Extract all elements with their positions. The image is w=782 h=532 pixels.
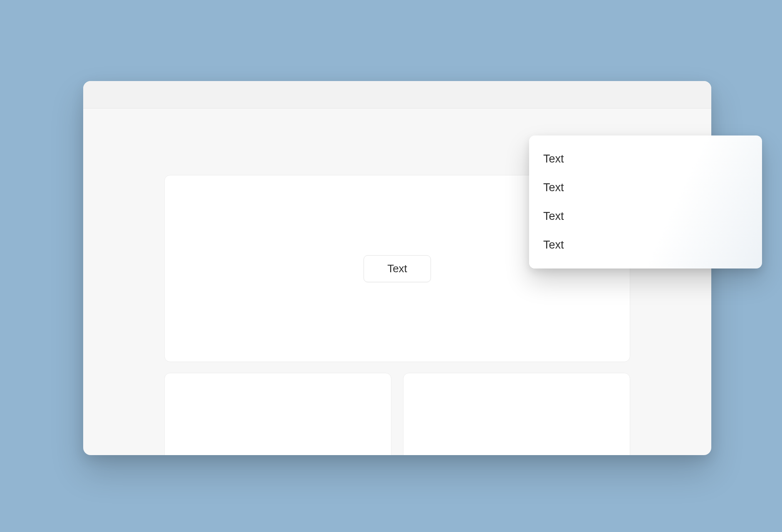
card-row [164,373,630,455]
dropdown-item-3[interactable]: Text [529,231,762,259]
card-small-left [164,373,391,455]
dropdown-item-0[interactable]: Text [529,145,762,173]
card-small-right [403,373,630,455]
titlebar [83,81,711,108]
dropdown-item-1[interactable]: Text [529,173,762,202]
dropdown-item-2[interactable]: Text [529,202,762,231]
text-button[interactable]: Text [364,255,431,282]
dropdown-menu: Text Text Text Text [529,135,762,268]
